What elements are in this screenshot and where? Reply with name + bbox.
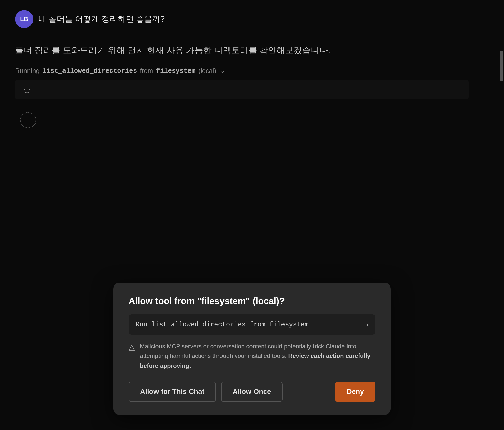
scrollbar-thumb[interactable] (500, 51, 503, 81)
deny-button[interactable]: Deny (335, 382, 375, 402)
tool-info-box[interactable]: Run list_allowed_directories from filesy… (129, 314, 375, 335)
code-output-text: {} (23, 86, 31, 93)
spinner-dots (20, 112, 36, 128)
warning-row: △ Malicious MCP servers or conversation … (129, 342, 375, 371)
code-output-block: {} (15, 80, 469, 99)
from-label: from (140, 67, 153, 75)
allow-for-chat-button[interactable]: Allow for This Chat (129, 382, 216, 402)
tool-name: list_allowed_directories (43, 67, 137, 75)
assistant-message: 폴더 정리를 도와드리기 위해 먼저 현재 사용 가능한 디렉토리를 확인해보겠… (15, 43, 489, 99)
warning-triangle-icon: △ (129, 342, 135, 352)
warning-text: Malicious MCP servers or conversation co… (140, 342, 375, 371)
modal-title: Allow tool from "filesystem" (local)? (129, 296, 375, 306)
modal-actions: Allow for This Chat Allow Once Deny (129, 382, 375, 402)
tool-source: filesystem (156, 67, 195, 75)
avatar: LB (15, 10, 33, 28)
assistant-response-text: 폴더 정리를 도와드리기 위해 먼저 현재 사용 가능한 디렉토리를 확인해보겠… (15, 43, 489, 57)
allow-once-button[interactable]: Allow Once (221, 382, 282, 402)
user-message-text: 내 폴더들 어떻게 정리하면 좋을까? (38, 14, 165, 25)
loading-spinner (20, 112, 36, 128)
tool-call-row[interactable]: Running list_allowed_directories from fi… (15, 67, 489, 75)
tool-info-text: Run list_allowed_directories from filesy… (136, 321, 309, 328)
tool-local-label: (local) (198, 67, 216, 75)
scrollbar[interactable] (499, 0, 504, 430)
expand-tool-icon[interactable]: ⌄ (220, 68, 225, 74)
tool-info-chevron-icon: › (366, 320, 368, 329)
permission-modal: Allow tool from "filesystem" (local)? Ru… (113, 283, 391, 415)
chat-container: LB 내 폴더들 어떻게 정리하면 좋을까? 폴더 정리를 도와드리기 위해 먼… (0, 0, 504, 430)
running-label: Running (15, 67, 40, 75)
user-message: LB 내 폴더들 어떻게 정리하면 좋을까? (15, 10, 489, 28)
